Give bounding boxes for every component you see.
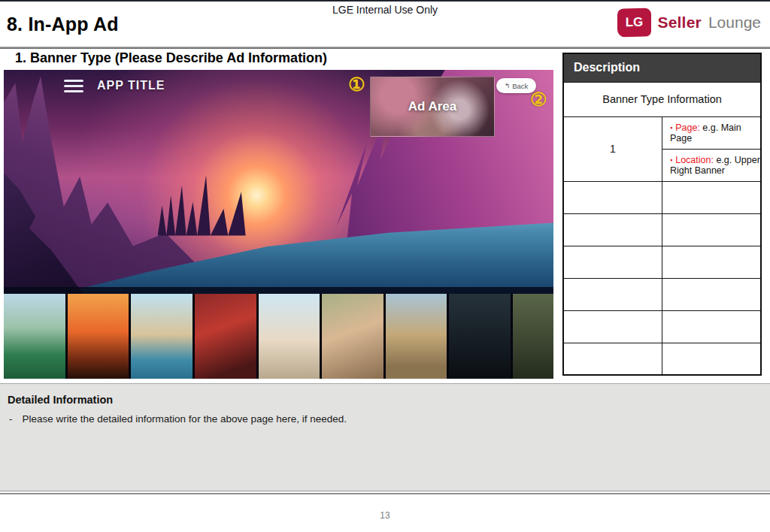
detailed-information-heading: Detailed Information xyxy=(8,394,770,406)
lg-logo-icon: LG xyxy=(617,8,651,37)
detailed-information-panel: Detailed Information - Please write the … xyxy=(0,383,770,491)
thumbnail-row xyxy=(4,294,553,379)
empty-detail-cell xyxy=(662,213,762,246)
page-title: 8. In-App Ad xyxy=(7,14,119,35)
empty-table-row xyxy=(563,246,761,278)
thumbnail-dinosaurs-sunset[interactable] xyxy=(68,294,129,379)
seller-lounge-logo: LG Seller Lounge xyxy=(617,8,762,37)
empty-number-cell xyxy=(563,278,662,310)
back-button-label: Back xyxy=(512,82,528,90)
empty-number-cell xyxy=(563,246,662,278)
thumbnail-venice-canal[interactable] xyxy=(131,294,192,379)
slide-page: LGE Internal Use Only 8. In-App Ad LG Se… xyxy=(0,0,770,532)
section-heading: 1. Banner Type (Please Describe Ad Infor… xyxy=(15,50,327,66)
thumbnail-couple-beach[interactable] xyxy=(259,294,320,379)
ad-area-label: Ad Area xyxy=(408,99,457,114)
bullet-icon: ▪ xyxy=(670,124,672,131)
app-top-bar: APP TITLE xyxy=(64,79,165,92)
page-label: Page: xyxy=(675,122,700,133)
location-label: Location: xyxy=(675,155,714,165)
empty-detail-cell xyxy=(662,343,762,375)
thumbnail-horse-rider[interactable] xyxy=(513,294,553,379)
empty-number-cell xyxy=(563,213,662,246)
thumbnail-soccer-player[interactable] xyxy=(4,294,65,379)
page-detail-cell: ▪Page: e.g. Main Page xyxy=(662,116,762,149)
footer-divider xyxy=(0,493,770,494)
empty-table-row xyxy=(563,310,761,343)
empty-table-row xyxy=(563,213,761,246)
table-header: Description xyxy=(563,53,761,82)
empty-table-row xyxy=(563,343,761,375)
empty-number-cell xyxy=(563,310,662,343)
annotation-marker-1: ① xyxy=(348,75,365,94)
empty-detail-cell xyxy=(662,181,762,213)
empty-number-cell xyxy=(563,343,662,375)
thumbnail-motocross-rider[interactable] xyxy=(195,294,256,379)
menu-icon[interactable] xyxy=(64,80,83,92)
empty-table-row xyxy=(563,278,761,310)
thumbnail-woman-headphones[interactable] xyxy=(322,294,383,379)
page-number: 13 xyxy=(0,510,770,521)
bullet-icon: ▪ xyxy=(670,156,672,164)
header-divider xyxy=(0,47,770,49)
description-table: Description Banner Type Information 1 ▪P… xyxy=(562,53,762,376)
table-subheader: Banner Type Information xyxy=(563,82,761,116)
thumbnail-desert-ruins[interactable] xyxy=(386,294,447,379)
thumbnail-detective-man[interactable] xyxy=(449,294,511,379)
app-title: APP TITLE xyxy=(97,79,165,92)
detailed-information-body: - Please write the detailed information … xyxy=(9,413,770,425)
brand-name-lounge: Lounge xyxy=(708,14,761,32)
empty-detail-cell xyxy=(662,310,762,343)
ad-area-banner[interactable]: Ad Area xyxy=(370,77,495,137)
empty-detail-cell xyxy=(662,246,762,278)
empty-table-row xyxy=(563,181,761,213)
brand-name-seller: Seller xyxy=(658,14,702,32)
trees-graphic xyxy=(158,168,268,235)
lg-logo-text: LG xyxy=(625,15,643,31)
row-number-cell: 1 xyxy=(563,116,662,181)
annotation-marker-2: ② xyxy=(530,90,547,109)
location-detail-cell: ▪Location: e.g. Upper Right Banner xyxy=(662,149,762,181)
detailed-information-text: Please write the detailed information fo… xyxy=(23,413,347,425)
empty-number-cell xyxy=(563,181,662,213)
back-arrow-icon: ↰ xyxy=(505,82,511,89)
dash: - xyxy=(9,413,13,425)
app-screenshot: APP TITLE ① Ad Area ↰ Back ② xyxy=(4,70,553,379)
empty-detail-cell xyxy=(662,278,762,310)
